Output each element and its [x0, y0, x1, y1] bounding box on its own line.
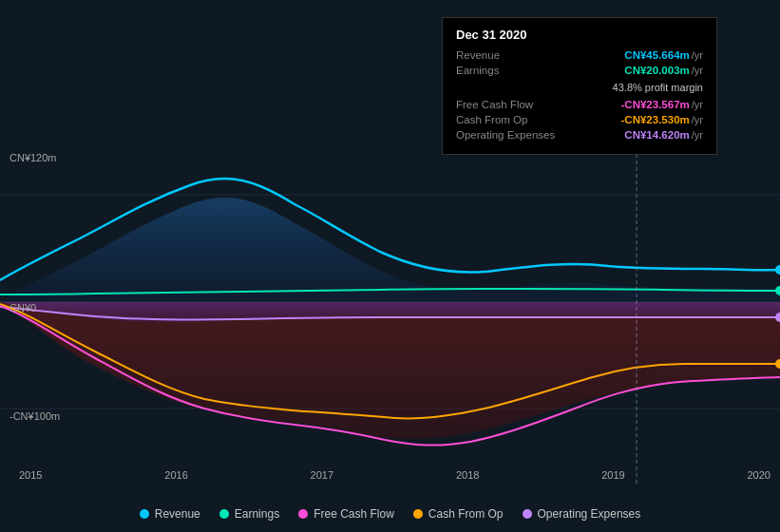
- tooltip-label-fcf: Free Cash Flow: [456, 99, 561, 110]
- svg-point-3: [775, 265, 780, 275]
- tooltip-date: Dec 31 2020: [456, 28, 703, 42]
- x-label-2020: 2020: [747, 469, 770, 481]
- tooltip-row-margin: 43.8% profit margin: [456, 80, 703, 95]
- x-labels-row: 2015 2016 2017 2018 2019 2020: [19, 469, 770, 481]
- legend-dot-cfo: [413, 509, 423, 519]
- tooltip-row-fcf: Free Cash Flow -CN¥23.567m/yr: [456, 99, 703, 110]
- y-label-bottom: -CN¥100m: [10, 410, 60, 422]
- tooltip-row-opex: Operating Expenses CN¥14.620m/yr: [456, 129, 703, 141]
- legend-dot-fcf: [298, 509, 308, 519]
- legend-earnings[interactable]: Earnings: [219, 507, 279, 521]
- legend-free-cash-flow[interactable]: Free Cash Flow: [298, 507, 394, 521]
- legend-dot-earnings: [219, 509, 229, 519]
- chart-container: CN¥120m CN¥0 -CN¥100m 2015 2016 2017 201…: [0, 0, 780, 532]
- tooltip-label-opex: Operating Expenses: [456, 129, 561, 141]
- x-label-2018: 2018: [456, 469, 479, 481]
- legend-label-earnings: Earnings: [235, 507, 279, 521]
- tooltip-value-cfo: -CN¥23.530m/yr: [621, 114, 703, 125]
- chart-legend: Revenue Earnings Free Cash Flow Cash Fro…: [0, 507, 780, 521]
- legend-dot-opex: [523, 509, 532, 519]
- legend-dot-revenue: [140, 509, 149, 519]
- x-label-2016: 2016: [164, 469, 187, 481]
- tooltip-label-cfo: Cash From Op: [456, 114, 561, 125]
- y-label-top: CN¥120m: [10, 152, 57, 163]
- tooltip-row-cfo: Cash From Op -CN¥23.530m/yr: [456, 114, 703, 125]
- legend-label-cfo: Cash From Op: [428, 507, 504, 521]
- y-label-zero: CN¥0: [10, 302, 36, 314]
- legend-revenue[interactable]: Revenue: [140, 507, 200, 521]
- x-label-2017: 2017: [311, 469, 333, 481]
- legend-label-revenue: Revenue: [155, 507, 200, 521]
- legend-label-opex: Operating Expenses: [538, 507, 641, 521]
- legend-operating-expenses[interactable]: Operating Expenses: [523, 507, 641, 521]
- tooltip-value-earnings: CN¥20.003m/yr: [624, 65, 703, 76]
- chart-svg: [0, 147, 780, 484]
- tooltip-row-revenue: Revenue CN¥45.664m/yr: [456, 49, 703, 61]
- tooltip-value-fcf: -CN¥23.567m/yr: [621, 99, 703, 110]
- tooltip-margin-value: 43.8% profit margin: [613, 82, 703, 93]
- x-label-2019: 2019: [601, 469, 624, 481]
- tooltip-label-earnings: Earnings: [456, 65, 561, 76]
- tooltip-value-revenue: CN¥45.664m/yr: [624, 49, 703, 61]
- tooltip-box: Dec 31 2020 Revenue CN¥45.664m/yr Earnin…: [442, 17, 717, 155]
- x-label-2015: 2015: [19, 469, 42, 481]
- legend-cash-from-op[interactable]: Cash From Op: [413, 507, 504, 521]
- legend-label-fcf: Free Cash Flow: [314, 507, 394, 521]
- tooltip-value-opex: CN¥14.620m/yr: [624, 129, 703, 141]
- tooltip-row-earnings: Earnings CN¥20.003m/yr: [456, 65, 703, 76]
- tooltip-label-revenue: Revenue: [456, 49, 561, 61]
